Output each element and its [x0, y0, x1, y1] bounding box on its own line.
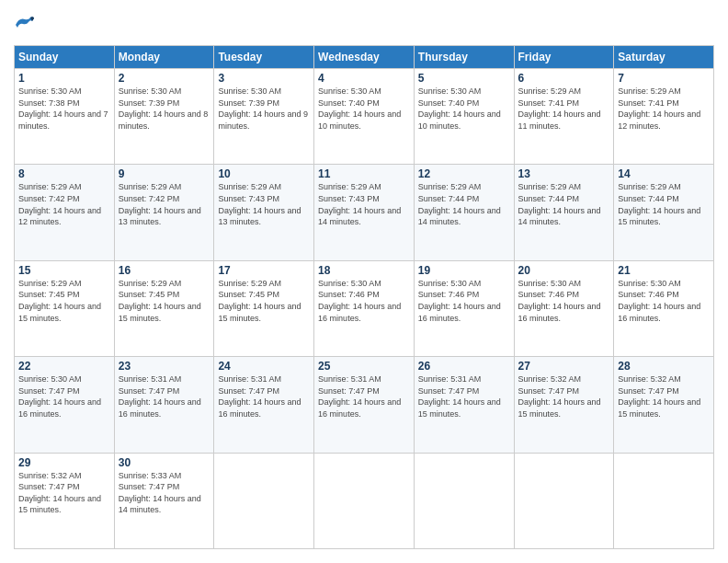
day-number: 20 [518, 264, 610, 277]
day-info: Sunrise: 5:29 AMSunset: 7:43 PMDaylight:… [218, 181, 310, 227]
day-info: Sunrise: 5:30 AMSunset: 7:39 PMDaylight:… [218, 86, 310, 132]
day-info: Sunrise: 5:33 AMSunset: 7:47 PMDaylight:… [119, 470, 210, 516]
calendar-cell: 5Sunrise: 5:30 AMSunset: 7:40 PMDaylight… [414, 69, 514, 165]
calendar-cell: 14Sunrise: 5:29 AMSunset: 7:44 PMDayligh… [614, 165, 714, 260]
calendar-cell: 23Sunrise: 5:31 AMSunset: 7:47 PMDayligh… [114, 357, 214, 453]
calendar-cell: 28Sunrise: 5:32 AMSunset: 7:47 PMDayligh… [614, 357, 714, 453]
day-info: Sunrise: 5:30 AMSunset: 7:46 PMDaylight:… [318, 278, 410, 324]
calendar-cell [214, 453, 314, 548]
day-number: 5 [418, 72, 510, 85]
day-number: 27 [518, 360, 610, 373]
calendar-cell: 20Sunrise: 5:30 AMSunset: 7:46 PMDayligh… [514, 260, 614, 356]
calendar-cell: 8Sunrise: 5:29 AMSunset: 7:42 PMDaylight… [15, 165, 115, 260]
day-info: Sunrise: 5:31 AMSunset: 7:47 PMDaylight:… [418, 373, 510, 419]
calendar-week-1: 1Sunrise: 5:30 AMSunset: 7:38 PMDaylight… [15, 69, 714, 165]
calendar-cell [314, 453, 415, 548]
calendar-cell: 4Sunrise: 5:30 AMSunset: 7:40 PMDaylight… [314, 69, 415, 165]
calendar-cell: 15Sunrise: 5:29 AMSunset: 7:45 PMDayligh… [15, 260, 115, 356]
calendar-cell: 10Sunrise: 5:29 AMSunset: 7:43 PMDayligh… [214, 165, 314, 260]
calendar-cell: 25Sunrise: 5:31 AMSunset: 7:47 PMDayligh… [314, 357, 415, 453]
day-number: 21 [618, 264, 710, 277]
logo-icon [14, 14, 36, 36]
calendar-cell [514, 453, 614, 548]
calendar-cell: 26Sunrise: 5:31 AMSunset: 7:47 PMDayligh… [414, 357, 514, 453]
day-number: 15 [18, 264, 110, 277]
day-info: Sunrise: 5:29 AMSunset: 7:44 PMDaylight:… [518, 181, 610, 227]
day-number: 8 [18, 167, 110, 180]
calendar-cell [414, 453, 514, 548]
day-header-sunday: Sunday [15, 46, 115, 69]
day-info: Sunrise: 5:30 AMSunset: 7:38 PMDaylight:… [18, 86, 110, 132]
day-info: Sunrise: 5:31 AMSunset: 7:47 PMDaylight:… [318, 373, 410, 419]
day-number: 22 [18, 360, 110, 373]
day-number: 18 [318, 264, 410, 277]
day-header-saturday: Saturday [614, 46, 714, 69]
page: SundayMondayTuesdayWednesdayThursdayFrid… [0, 0, 728, 563]
calendar-cell: 9Sunrise: 5:29 AMSunset: 7:42 PMDaylight… [114, 165, 214, 260]
day-number: 16 [119, 264, 210, 277]
calendar-cell: 6Sunrise: 5:29 AMSunset: 7:41 PMDaylight… [514, 69, 614, 165]
day-info: Sunrise: 5:30 AMSunset: 7:40 PMDaylight:… [418, 86, 510, 132]
day-info: Sunrise: 5:29 AMSunset: 7:41 PMDaylight:… [618, 86, 710, 132]
calendar-cell: 7Sunrise: 5:29 AMSunset: 7:41 PMDaylight… [614, 69, 714, 165]
calendar-cell: 27Sunrise: 5:32 AMSunset: 7:47 PMDayligh… [514, 357, 614, 453]
day-number: 17 [218, 264, 310, 277]
calendar-cell: 24Sunrise: 5:31 AMSunset: 7:47 PMDayligh… [214, 357, 314, 453]
day-number: 10 [218, 167, 310, 180]
day-number: 13 [518, 167, 610, 180]
calendar-cell: 1Sunrise: 5:30 AMSunset: 7:38 PMDaylight… [15, 69, 115, 165]
day-info: Sunrise: 5:30 AMSunset: 7:47 PMDaylight:… [18, 373, 110, 419]
day-info: Sunrise: 5:32 AMSunset: 7:47 PMDaylight:… [518, 373, 610, 419]
calendar-cell: 12Sunrise: 5:29 AMSunset: 7:44 PMDayligh… [414, 165, 514, 260]
day-number: 1 [18, 72, 110, 85]
calendar-cell: 11Sunrise: 5:29 AMSunset: 7:43 PMDayligh… [314, 165, 415, 260]
calendar-cell: 17Sunrise: 5:29 AMSunset: 7:45 PMDayligh… [214, 260, 314, 356]
calendar-cell: 18Sunrise: 5:30 AMSunset: 7:46 PMDayligh… [314, 260, 415, 356]
calendar-cell: 16Sunrise: 5:29 AMSunset: 7:45 PMDayligh… [114, 260, 214, 356]
day-number: 9 [119, 167, 210, 180]
day-info: Sunrise: 5:30 AMSunset: 7:46 PMDaylight:… [518, 278, 610, 324]
calendar-cell: 2Sunrise: 5:30 AMSunset: 7:39 PMDaylight… [114, 69, 214, 165]
calendar-cell: 22Sunrise: 5:30 AMSunset: 7:47 PMDayligh… [15, 357, 115, 453]
calendar-cell: 3Sunrise: 5:30 AMSunset: 7:39 PMDaylight… [214, 69, 314, 165]
day-info: Sunrise: 5:32 AMSunset: 7:47 PMDaylight:… [618, 373, 710, 419]
calendar-cell [614, 453, 714, 548]
day-info: Sunrise: 5:30 AMSunset: 7:40 PMDaylight:… [318, 86, 410, 132]
calendar-week-2: 8Sunrise: 5:29 AMSunset: 7:42 PMDaylight… [15, 165, 714, 260]
day-number: 6 [518, 72, 610, 85]
day-number: 2 [119, 72, 210, 85]
day-number: 12 [418, 167, 510, 180]
day-number: 11 [318, 167, 410, 180]
day-info: Sunrise: 5:29 AMSunset: 7:42 PMDaylight:… [119, 181, 210, 227]
day-info: Sunrise: 5:29 AMSunset: 7:45 PMDaylight:… [119, 278, 210, 324]
day-header-tuesday: Tuesday [214, 46, 314, 69]
calendar-week-3: 15Sunrise: 5:29 AMSunset: 7:45 PMDayligh… [15, 260, 714, 356]
day-number: 29 [18, 456, 110, 469]
calendar-week-4: 22Sunrise: 5:30 AMSunset: 7:47 PMDayligh… [15, 357, 714, 453]
day-number: 30 [119, 456, 210, 469]
day-number: 14 [618, 167, 710, 180]
calendar-header-row: SundayMondayTuesdayWednesdayThursdayFrid… [15, 46, 714, 69]
day-info: Sunrise: 5:29 AMSunset: 7:45 PMDaylight:… [18, 278, 110, 324]
day-info: Sunrise: 5:31 AMSunset: 7:47 PMDaylight:… [218, 373, 310, 419]
day-number: 19 [418, 264, 510, 277]
day-info: Sunrise: 5:31 AMSunset: 7:47 PMDaylight:… [119, 373, 210, 419]
day-number: 28 [618, 360, 710, 373]
logo [14, 14, 40, 36]
day-info: Sunrise: 5:29 AMSunset: 7:44 PMDaylight:… [618, 181, 710, 227]
day-info: Sunrise: 5:30 AMSunset: 7:39 PMDaylight:… [119, 86, 210, 132]
day-number: 25 [318, 360, 410, 373]
calendar-cell: 29Sunrise: 5:32 AMSunset: 7:47 PMDayligh… [15, 453, 115, 548]
calendar-cell: 21Sunrise: 5:30 AMSunset: 7:46 PMDayligh… [614, 260, 714, 356]
day-info: Sunrise: 5:29 AMSunset: 7:43 PMDaylight:… [318, 181, 410, 227]
day-info: Sunrise: 5:30 AMSunset: 7:46 PMDaylight:… [618, 278, 710, 324]
day-header-thursday: Thursday [414, 46, 514, 69]
day-number: 24 [218, 360, 310, 373]
calendar-week-5: 29Sunrise: 5:32 AMSunset: 7:47 PMDayligh… [15, 453, 714, 548]
day-header-monday: Monday [114, 46, 214, 69]
day-number: 3 [218, 72, 310, 85]
calendar-cell: 30Sunrise: 5:33 AMSunset: 7:47 PMDayligh… [114, 453, 214, 548]
calendar-table: SundayMondayTuesdayWednesdayThursdayFrid… [14, 45, 714, 549]
calendar-cell: 19Sunrise: 5:30 AMSunset: 7:46 PMDayligh… [414, 260, 514, 356]
day-info: Sunrise: 5:29 AMSunset: 7:41 PMDaylight:… [518, 86, 610, 132]
